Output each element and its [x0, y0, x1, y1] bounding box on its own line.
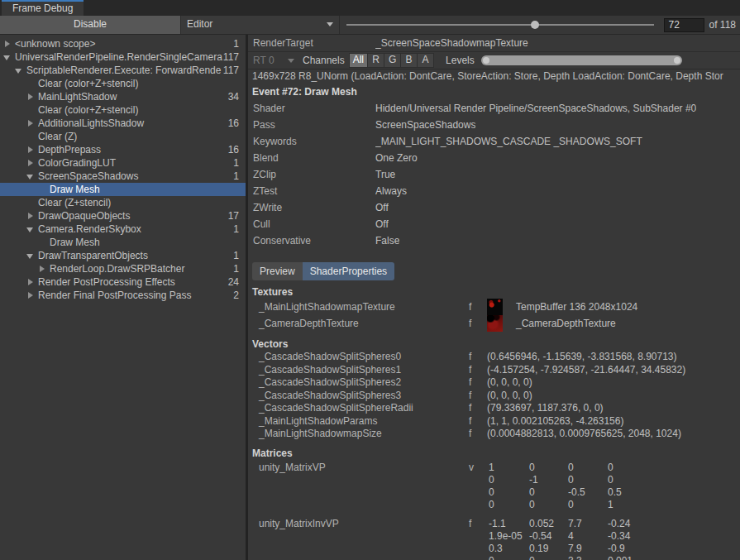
levels-max-handle[interactable] [674, 57, 680, 64]
channel-a-button[interactable]: A [418, 53, 434, 68]
tree-indent [0, 110, 26, 111]
matrix-cell: -0.54 [529, 530, 551, 543]
chevron-down-icon[interactable] [26, 172, 35, 180]
chevron-down-icon[interactable] [3, 53, 12, 61]
disable-button[interactable]: Disable [0, 16, 181, 34]
tree-item[interactable]: DepthPrepass16 [0, 143, 246, 156]
channel-r-button[interactable]: R [368, 53, 384, 68]
tree-item[interactable]: DrawOpaqueObjects17 [0, 209, 246, 223]
chevron-down-icon[interactable] [15, 66, 23, 74]
matrix-cell: 4 [568, 530, 574, 543]
chevron-right-icon[interactable] [26, 212, 35, 220]
window-tab-strip: Frame Debug [0, 0, 740, 16]
matrix-block: unity_MatrixInvVPf-1.10.0527.7-0.241.9e-… [248, 518, 740, 560]
tab-preview[interactable]: Preview [252, 262, 303, 280]
matrix-cell: 0.5 [608, 486, 622, 499]
tree-item-label: AdditionalLightsShadow [38, 117, 228, 129]
tree-item[interactable]: ColorGradingLUT1 [0, 156, 246, 170]
tree-item[interactable]: Clear (Z+stencil) [0, 196, 246, 209]
tree-item[interactable]: Draw Mesh [0, 236, 246, 249]
frame-total-label: of 118 [709, 19, 740, 31]
matrix-type: f [469, 518, 471, 530]
chevron-right-icon[interactable] [26, 278, 35, 286]
chevron-right-icon[interactable] [3, 40, 12, 48]
matrix-cell: 0 [489, 499, 494, 511]
textures-list: _MainLightShadowmapTexturefTempBuffer 13… [248, 299, 740, 332]
shader-state-label: ZWrite [248, 202, 375, 213]
matrix-cell: 0 [568, 499, 574, 511]
shader-state-label: Pass [248, 119, 375, 131]
chevron-right-icon[interactable] [26, 119, 35, 127]
tree-item-count: 24 [228, 276, 246, 288]
chevron-down-icon[interactable] [26, 225, 35, 233]
tab-shader-properties[interactable]: ShaderProperties [303, 262, 394, 280]
shader-state-value: _MAIN_LIGHT_SHADOWS_CASCADE _SHADOWS_SOF… [375, 136, 642, 147]
tree-item[interactable]: Render PostProcessing Effects24 [0, 275, 246, 289]
tree-item[interactable]: MainLightShadow34 [0, 90, 246, 103]
rt-index-dropdown[interactable]: RT 0 [248, 54, 296, 67]
channel-g-button[interactable]: G [384, 53, 401, 68]
frame-number-input[interactable]: 72 [664, 18, 704, 32]
channel-all-button[interactable]: All [349, 53, 368, 68]
shader-state-label: Shader [248, 103, 375, 114]
tree-item-label: MainLightShadow [38, 91, 228, 103]
vector-type: f [469, 402, 471, 414]
texture-type: f [469, 315, 471, 332]
frame-slider[interactable] [340, 16, 662, 34]
depth-thumbnail[interactable] [487, 315, 503, 332]
vector-name: _MainLightShadowmapSize [259, 428, 382, 440]
matrix-cell: -1.1 [489, 518, 506, 530]
shader-state-value: ScreenSpaceShadows [375, 119, 475, 131]
chevron-right-icon[interactable] [26, 159, 35, 167]
tree-item[interactable]: <unknown scope>1 [0, 37, 246, 50]
tab-frame-debug[interactable]: Frame Debug [2, 0, 84, 16]
channel-b-button[interactable]: B [401, 53, 418, 68]
levels-min-handle[interactable] [483, 57, 489, 64]
matrix-type: v [469, 462, 474, 474]
tree-item[interactable]: Clear (Z) [0, 130, 246, 143]
matrix-cell: -0.9 [608, 543, 625, 555]
tree-item[interactable]: Render Final PostProcessing Pass2 [0, 289, 246, 302]
matrix-cell: -0.5 [568, 486, 585, 499]
vector-row: _CascadeShadowSplitSpheres0f(0.6456946, … [248, 351, 740, 364]
tree-item[interactable]: DrawTransparentObjects1 [0, 249, 246, 262]
chevron-right-icon[interactable] [38, 265, 46, 273]
tree-indent [0, 229, 26, 230]
tree-item[interactable]: Clear (color+Z+stencil) [0, 103, 246, 117]
frame-slider-knob[interactable] [531, 21, 539, 29]
tree-item[interactable]: ScreenSpaceShadows1 [0, 170, 246, 183]
levels-slider-bar[interactable] [481, 55, 682, 65]
detail-subtabs: PreviewShaderProperties [252, 262, 740, 280]
shader-state-row: ConservativeFalse [248, 232, 740, 249]
matrix-name: unity_MatrixVP [259, 462, 326, 474]
shadowmap-thumbnail[interactable] [487, 299, 503, 315]
matrix-cell: 0 [568, 474, 574, 486]
tree-item-count: 16 [228, 117, 246, 129]
chevron-right-icon[interactable] [26, 93, 35, 101]
chevron-right-icon[interactable] [26, 291, 35, 299]
tree-item-label: Draw Mesh [50, 184, 239, 195]
tree-item[interactable]: ScriptableRenderer.Execute: ForwardRende… [0, 64, 246, 77]
tree-item-label: Render Final PostProcessing Pass [38, 290, 233, 301]
rt-index-label: RT 0 [253, 55, 275, 66]
tree-indent [0, 203, 26, 203]
tree-item[interactable]: RenderLoop.DrawSRPBatcher1 [0, 262, 246, 275]
matrix-cell: 0 [529, 486, 535, 499]
tree-item[interactable]: UniversalRenderPipeline.RenderSingleCame… [0, 50, 246, 64]
levels-slider[interactable] [481, 55, 682, 66]
tree-item[interactable]: Camera.RenderSkybox1 [0, 223, 246, 236]
toolbar: Disable Editor 72 of 118 [0, 16, 740, 35]
tree-item[interactable]: Draw Mesh [0, 183, 246, 196]
shader-state-row: Keywords_MAIN_LIGHT_SHADOWS_CASCADE _SHA… [248, 133, 740, 150]
channels-label: Channels [303, 55, 345, 66]
chevron-right-icon[interactable] [26, 146, 35, 154]
tree-item[interactable]: Clear (color+Z+stencil) [0, 77, 246, 90]
tree-item[interactable]: AdditionalLightsShadow16 [0, 117, 246, 130]
chevron-down-icon[interactable] [26, 251, 35, 260]
editor-dropdown[interactable]: Editor [181, 16, 340, 34]
tree-item-label: Clear (Z+stencil) [38, 197, 239, 208]
tree-item-count: 17 [228, 210, 246, 222]
texture-row: _CameraDepthTexturef_CameraDepthTexture [248, 315, 740, 332]
vector-type: f [469, 376, 471, 389]
vector-value: (-4.157254, -7.924587, -21.64447, 34.458… [487, 364, 685, 376]
